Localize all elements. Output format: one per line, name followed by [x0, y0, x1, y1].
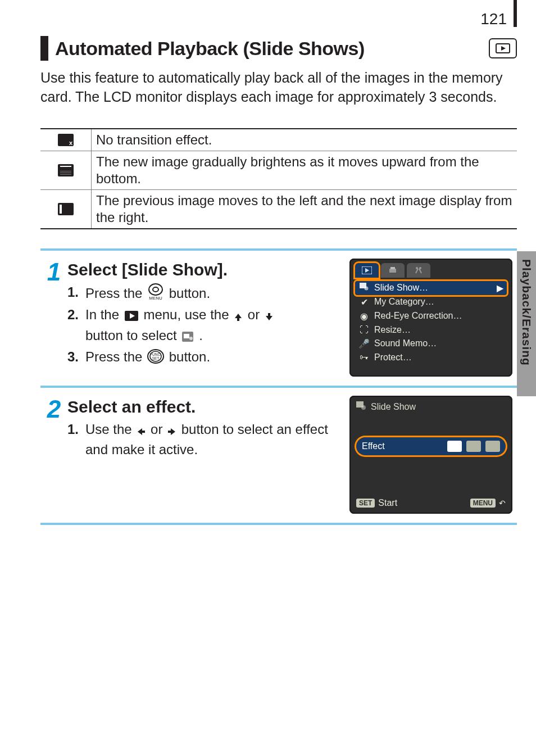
step-1-title: Select [Slide Show]. — [67, 259, 342, 282]
slide-show-menu-icon — [358, 283, 370, 293]
menu-item-label: Red-Eye Correction… — [374, 311, 462, 321]
arrow-down-icon — [265, 308, 274, 326]
step-number: 1 — [40, 259, 67, 377]
text: or — [248, 307, 264, 322]
svg-text:MENU: MENU — [149, 296, 162, 300]
footer-set-start: SET Start — [356, 498, 397, 508]
svg-marker-25 — [168, 428, 175, 435]
step-1-sub-2: 2. In the menu, use the or — [67, 306, 342, 347]
step-1-sub-3: 3. Press the FUNC. SET — [67, 348, 342, 368]
effect-scroll-up-icon — [40, 151, 92, 189]
page-number: 121 — [480, 10, 507, 28]
svg-point-3 — [153, 287, 158, 292]
menu-item-label: Sound Memo… — [374, 338, 437, 348]
svg-text:FUNC.: FUNC. — [150, 352, 161, 356]
page-number-bar — [514, 0, 517, 27]
heading-row: Automated Playback (Slide Shows) — [40, 36, 517, 61]
step-2-title: Select an effect. — [67, 396, 342, 419]
svg-marker-24 — [138, 428, 145, 435]
svg-marker-7 — [235, 314, 242, 321]
tools-tab-icon — [407, 263, 430, 278]
text: button. — [169, 286, 210, 301]
effect-none-icon — [447, 441, 462, 452]
effect-none-text: No transition effect. — [92, 129, 517, 151]
effect-row-label: Effect — [362, 441, 385, 451]
svg-rect-18 — [389, 269, 396, 273]
protect-icon: 🗝 — [358, 352, 370, 363]
effect-scroll-up-icon — [466, 441, 481, 452]
text: button. — [169, 349, 210, 364]
slide-show-menu-icon — [356, 401, 366, 413]
table-row: No transition effect. — [40, 129, 517, 151]
arrow-up-icon — [234, 308, 243, 326]
step-1-text: Select [Slide Show]. 1. Press the MENU — [67, 259, 342, 377]
print-tab-icon — [381, 263, 405, 278]
menu-item-label: Protect… — [374, 352, 412, 363]
page-title: Automated Playback (Slide Shows) — [55, 38, 365, 60]
effect-slide-left-icon — [485, 441, 500, 452]
heading-bar — [40, 36, 48, 61]
intro-text: Use this feature to automatically play b… — [40, 69, 517, 107]
menu-item-label: Resize… — [374, 325, 411, 335]
menu-item-slide-show: Slide Show… ▶ — [355, 281, 507, 295]
effect-slide-left-text: The previous image moves to the left and… — [92, 190, 517, 228]
footer-menu-back: MENU ↶ — [470, 498, 506, 508]
svg-point-27 — [361, 405, 366, 410]
menu-item-label: My Category… — [374, 297, 434, 307]
svg-text:SET: SET — [152, 356, 160, 360]
svg-marker-17 — [365, 268, 369, 273]
substep-number: 1. — [67, 283, 82, 301]
svg-point-11 — [189, 337, 193, 340]
svg-point-23 — [365, 287, 369, 291]
effect-screen-title: Slide Show — [371, 402, 416, 412]
text: Press the — [85, 286, 146, 301]
text: button to select — [85, 328, 180, 343]
func-set-button-icon: FUNC. SET — [147, 349, 164, 368]
table-row: The previous image moves to the left and… — [40, 189, 517, 228]
text: menu, use the — [143, 307, 233, 322]
text: Press the — [85, 349, 146, 364]
menu-button-icon: MENU — [147, 283, 164, 305]
arrow-right-icon — [167, 423, 176, 441]
play-menu-icon — [124, 308, 139, 326]
table-row: The new image gradually brightens as it … — [40, 151, 517, 189]
text: . — [199, 328, 203, 343]
effect-none-icon — [40, 129, 92, 151]
sound-memo-icon: 🎤 — [358, 338, 370, 349]
substep-number: 1. — [67, 420, 82, 438]
svg-point-20 — [416, 267, 418, 269]
menu-item-label: Slide Show… — [374, 283, 428, 293]
menu-item-sound-memo: 🎤 Sound Memo… — [355, 337, 507, 351]
red-eye-icon: ◉ — [358, 311, 370, 322]
substep-number: 3. — [67, 348, 82, 366]
steps: 1 Select [Slide Show]. 1. Press the — [40, 248, 517, 525]
substep-number: 2. — [67, 306, 82, 324]
arrow-left-icon — [137, 423, 146, 441]
effect-screen-title-row: Slide Show — [356, 401, 506, 413]
playback-mode-icon — [489, 38, 517, 58]
effect-slide-left-icon — [40, 190, 92, 228]
menu-pill: MENU — [470, 499, 496, 508]
step-2-sub-1: 1. Use the or button to select an effect… — [67, 420, 342, 459]
step-1: 1 Select [Slide Show]. 1. Press the — [40, 251, 517, 388]
text: or — [151, 422, 166, 437]
play-tab-icon — [355, 263, 379, 278]
step-number: 2 — [40, 396, 67, 514]
resize-icon: ⛶ — [358, 325, 370, 335]
text: In the — [85, 307, 123, 322]
slide-show-menu-icon — [181, 329, 194, 347]
camera-effect-screenshot: Slide Show Effect SET — [349, 396, 512, 514]
svg-rect-10 — [184, 334, 189, 338]
svg-point-2 — [149, 284, 162, 295]
step-1-sub-1: 1. Press the MENU button. — [67, 283, 342, 305]
side-tab: Playback/Erasing — [517, 251, 536, 396]
step-2-text: Select an effect. 1. Use the or — [67, 396, 342, 514]
back-arrow-icon: ↶ — [499, 499, 506, 508]
effects-table: No transition effect. The new image grad… — [40, 128, 517, 229]
text: Use the — [85, 422, 135, 437]
side-tab-label: Playback/Erasing — [520, 259, 533, 366]
my-category-icon: ✔ — [358, 297, 370, 307]
effect-scroll-up-text: The new image gradually brightens as it … — [92, 151, 517, 189]
camera-menu-screenshot: Slide Show… ▶ ✔ My Category… ◉ Red-Eye C… — [349, 259, 512, 377]
set-pill: SET — [356, 499, 375, 508]
